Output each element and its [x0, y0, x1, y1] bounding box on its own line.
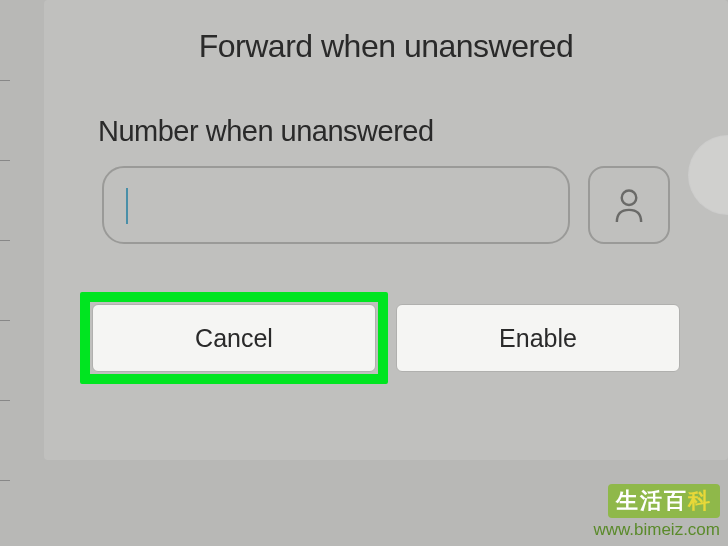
pick-contact-button[interactable]: [588, 166, 670, 244]
button-row: Cancel Enable: [84, 304, 688, 372]
input-row: [84, 166, 688, 244]
forward-dialog: Forward when unanswered Number when unan…: [44, 0, 728, 460]
cancel-highlight: Cancel: [92, 304, 376, 372]
dialog-title: Forward when unanswered: [84, 28, 688, 65]
watermark-logo: 生活百科: [608, 484, 720, 518]
number-field-label: Number when unanswered: [98, 115, 688, 148]
enable-button[interactable]: Enable: [396, 304, 680, 372]
watermark: 生活百科 www.bimeiz.com: [593, 484, 720, 540]
person-icon: [614, 188, 644, 222]
phone-number-input[interactable]: [102, 166, 570, 244]
svg-point-0: [622, 190, 637, 205]
cancel-button[interactable]: Cancel: [92, 304, 376, 372]
watermark-url: www.bimeiz.com: [593, 520, 720, 540]
